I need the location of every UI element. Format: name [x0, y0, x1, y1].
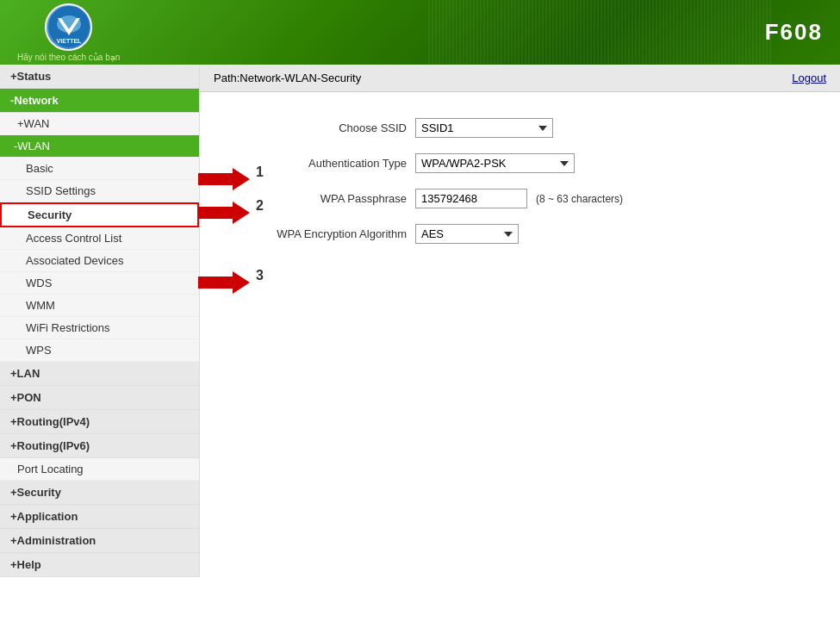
ssid-row: Choose SSID SSID1 SSID2 SSID3 SSID4 [217, 118, 823, 138]
content-area: Choose SSID SSID1 SSID2 SSID3 SSID4 Auth… [200, 92, 840, 577]
breadcrumb-bar: Path:Network-WLAN-Security Logout [200, 65, 840, 92]
sidebar-help[interactable]: +Help [0, 553, 199, 577]
encryption-row: WPA Encryption Algorithm AES TKIP AES+TK… [217, 224, 823, 244]
sidebar-item-associated-devices[interactable]: Associated Devices [0, 250, 199, 272]
sidebar-network[interactable]: -Network [0, 89, 199, 113]
main-content: Path:Network-WLAN-Security Logout Choose… [200, 65, 840, 577]
logout-link[interactable]: Logout [792, 71, 826, 84]
passphrase-label: WPA Passphrase [217, 192, 407, 205]
passphrase-input[interactable] [415, 189, 527, 208]
sidebar-application[interactable]: +Application [0, 505, 199, 529]
sidebar-item-wlan[interactable]: -WLAN [0, 135, 199, 158]
auth-type-select[interactable]: WPA/WPA2-PSK WPA-PSK WPA2-PSK Open Share… [415, 153, 575, 173]
passphrase-row: WPA Passphrase (8 ~ 63 characters) [217, 189, 823, 208]
sidebar-routing-ipv6[interactable]: +Routing(IPv6) [0, 434, 199, 458]
sidebar-item-port-locating[interactable]: Port Locating [0, 458, 199, 481]
sidebar: +Status -Network +WAN -WLAN Basic SSID S… [0, 65, 200, 577]
ssid-label: Choose SSID [217, 121, 407, 134]
sidebar-lan[interactable]: +LAN [0, 362, 199, 386]
auth-type-row: Authentication Type WPA/WPA2-PSK WPA-PSK… [217, 153, 823, 173]
sidebar-item-acl[interactable]: Access Control List [0, 227, 199, 250]
viettel-logo-svg: VIETTEL [47, 5, 90, 48]
header-model: F608 [765, 19, 823, 46]
sidebar-pon[interactable]: +PON [0, 386, 199, 410]
sidebar-item-wmm[interactable]: WMM [0, 295, 199, 317]
sidebar-item-ssid-settings[interactable]: SSID Settings [0, 180, 199, 202]
sidebar-item-wan[interactable]: +WAN [0, 113, 199, 135]
auth-type-label: Authentication Type [217, 157, 407, 170]
sidebar-routing-ipv4[interactable]: +Routing(IPv4) [0, 410, 199, 434]
sidebar-administration[interactable]: +Administration [0, 529, 199, 553]
logo-circle: VIETTEL [45, 3, 92, 51]
sidebar-item-security[interactable]: Security [0, 202, 199, 227]
sidebar-item-wps[interactable]: WPS [0, 339, 199, 362]
passphrase-hint: (8 ~ 63 characters) [536, 193, 623, 205]
header-tagline: Hãy nói theo cách của bạn [17, 53, 120, 62]
header: VIETTEL Hãy nói theo cách của bạn F608 [0, 0, 840, 65]
sidebar-item-wifi-restrictions[interactable]: WiFi Restrictions [0, 317, 199, 339]
ssid-select[interactable]: SSID1 SSID2 SSID3 SSID4 [415, 118, 553, 138]
encryption-select[interactable]: AES TKIP AES+TKIP [415, 224, 519, 244]
sidebar-security-section[interactable]: +Security [0, 481, 199, 505]
svg-text:VIETTEL: VIETTEL [56, 38, 82, 44]
logo-area: VIETTEL Hãy nói theo cách của bạn [17, 3, 120, 62]
encryption-label: WPA Encryption Algorithm [217, 227, 407, 240]
breadcrumb: Path:Network-WLAN-Security [214, 71, 361, 84]
sidebar-item-basic[interactable]: Basic [0, 158, 199, 180]
sidebar-item-wds[interactable]: WDS [0, 272, 199, 295]
sidebar-status[interactable]: +Status [0, 65, 199, 89]
